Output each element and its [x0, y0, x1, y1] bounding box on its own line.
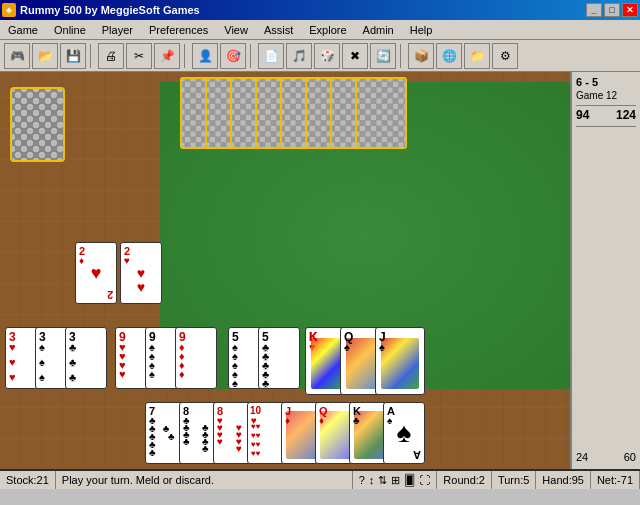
meld-icon[interactable]: ⊞	[391, 474, 400, 487]
net-label: Net:-71	[597, 474, 633, 486]
score-divider-1	[576, 105, 636, 106]
tb-folder[interactable]: 📁	[464, 43, 490, 69]
current-p2: 60	[624, 451, 636, 463]
status-stock: Stock:21	[0, 471, 56, 489]
tb-pin[interactable]: 📌	[154, 43, 180, 69]
meld-card[interactable]: 9 ♦ ♦ ♦ ♦	[175, 327, 217, 389]
tb-print[interactable]: 🖨	[98, 43, 124, 69]
status-icons: ? ↕ ⇅ ⊞ 🂠 ⛶	[353, 471, 438, 489]
score-label: 6 - 5	[576, 76, 598, 88]
tb-open[interactable]: 📂	[32, 43, 58, 69]
tb-player[interactable]: 👤	[192, 43, 218, 69]
menu-help[interactable]: Help	[402, 22, 441, 38]
menu-explore[interactable]: Explore	[301, 22, 354, 38]
turn-label: Turn:5	[498, 474, 529, 486]
hand-label: Hand:95	[542, 474, 584, 486]
tb-package[interactable]: 📦	[408, 43, 434, 69]
score-p2: 124	[616, 108, 636, 122]
tb-dice[interactable]: 🎲	[314, 43, 340, 69]
computer-hand-area	[180, 77, 400, 159]
menu-game[interactable]: Game	[0, 22, 46, 38]
player-hand: 7 ♣ ♣ ♣ ♣ ♣ ♣ ♣ 8 ♣ ♣ ♣ ♣ ♣ ♣ ♣ ♣	[145, 402, 425, 464]
discard-pile[interactable]: 2 ♦ ♥ 2	[75, 242, 117, 304]
window-controls: _ □ ✕	[586, 3, 638, 17]
menu-assist[interactable]: Assist	[256, 22, 301, 38]
score-panel: 6 - 5 Game 12 94 124 24 60	[570, 72, 640, 469]
stock-pile[interactable]	[10, 87, 65, 162]
menu-view[interactable]: View	[216, 22, 256, 38]
tb-cut[interactable]: ✂	[126, 43, 152, 69]
toolbar: 🎮 📂 💾 🖨 ✂ 📌 👤 🎯 📄 🎵 🎲 ✖ 🔄 📦 🌐 📁 ⚙	[0, 40, 640, 72]
menu-online[interactable]: Online	[46, 22, 94, 38]
tb-save[interactable]: 💾	[60, 43, 86, 69]
hint-icon[interactable]: ↕	[369, 474, 375, 486]
tb-settings[interactable]: ⚙	[492, 43, 518, 69]
total-scores: 94 124	[576, 108, 636, 122]
toolbar-sep-1	[90, 44, 94, 68]
discard-icon[interactable]: 🂠	[404, 474, 415, 487]
meld-card[interactable]: 3 ♣ ♣ ♣	[65, 327, 107, 389]
game-container: 2 ♦ ♥ 2 2 ♥ ♥ ♥ 3 ♥ ♥ ♥ 3 ♠	[0, 72, 640, 469]
app-icon: ♣	[2, 3, 16, 17]
tb-doc[interactable]: 📄	[258, 43, 284, 69]
pick-icon[interactable]: ⛶	[419, 474, 430, 486]
table-card-hearts[interactable]: 2 ♥ ♥ ♥	[120, 242, 162, 304]
minimize-button[interactable]: _	[586, 3, 602, 17]
tb-web[interactable]: 🌐	[436, 43, 462, 69]
close-button[interactable]: ✕	[622, 3, 638, 17]
current-scores: 24 60	[576, 451, 636, 463]
comp-card-back-8	[355, 77, 407, 149]
maximize-button[interactable]: □	[604, 3, 620, 17]
round-label: Round:2	[443, 474, 485, 486]
menu-bar: Game Online Player Preferences View Assi…	[0, 20, 640, 40]
window-title: Rummy 500 by MeggieSoft Games	[20, 4, 200, 16]
menu-preferences[interactable]: Preferences	[141, 22, 216, 38]
meld-card[interactable]: 5 ♣ ♣ ♣ ♣ ♣	[258, 327, 300, 389]
status-turn: Turn:5	[492, 471, 536, 489]
toolbar-sep-2	[184, 44, 188, 68]
status-bar: Stock:21 Play your turn. Meld or discard…	[0, 469, 640, 489]
status-round: Round:2	[437, 471, 492, 489]
game-label-row: Game 12	[576, 90, 636, 101]
current-p1: 24	[576, 451, 588, 463]
tb-x[interactable]: ✖	[342, 43, 368, 69]
game-label: Game 12	[576, 90, 617, 101]
meld-card-jack[interactable]: J ♠	[375, 327, 425, 395]
message-text: Play your turn. Meld or discard.	[62, 474, 214, 486]
stock-label: Stock:21	[6, 474, 49, 486]
tb-refresh[interactable]: 🔄	[370, 43, 396, 69]
menu-player[interactable]: Player	[94, 22, 141, 38]
tb-music[interactable]: 🎵	[286, 43, 312, 69]
game-table: 2 ♦ ♥ 2 2 ♥ ♥ ♥ 3 ♥ ♥ ♥ 3 ♠	[0, 72, 570, 469]
player-card-as[interactable]: A ♠ ♠ A	[383, 402, 425, 464]
score-header: 6 - 5	[576, 76, 636, 88]
status-net: Net:-71	[591, 471, 640, 489]
toolbar-sep-4	[400, 44, 404, 68]
tb-target[interactable]: 🎯	[220, 43, 246, 69]
score-p1: 94	[576, 108, 589, 122]
toolbar-sep-3	[250, 44, 254, 68]
score-spacer	[576, 129, 636, 451]
sort-icon[interactable]: ⇅	[378, 474, 387, 487]
status-message: Play your turn. Meld or discard.	[56, 471, 353, 489]
menu-admin[interactable]: Admin	[355, 22, 402, 38]
title-bar: ♣ Rummy 500 by MeggieSoft Games _ □ ✕	[0, 0, 640, 20]
tb-new[interactable]: 🎮	[4, 43, 30, 69]
status-hand: Hand:95	[536, 471, 591, 489]
score-divider-2	[576, 126, 636, 127]
help-icon[interactable]: ?	[359, 474, 365, 486]
